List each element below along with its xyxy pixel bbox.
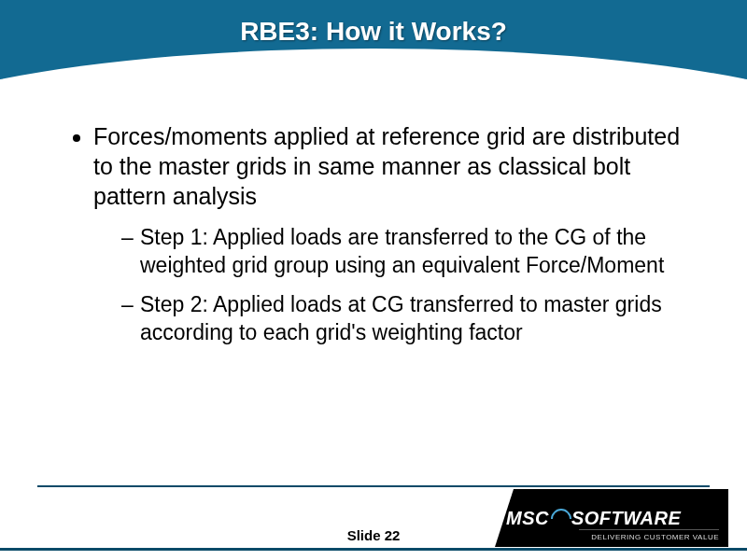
slide-header: RBE3: How it Works? (0, 0, 747, 103)
slide-content: Forces/moments applied at reference grid… (0, 103, 747, 347)
footer-rule-top (37, 485, 710, 487)
brand-logo: MSC SOFTWARE DELIVERING CUSTOMER VALUE (495, 489, 728, 547)
slide-footer: Slide 22 MSC SOFTWARE DELIVERING CUSTOME… (0, 485, 747, 560)
brand-logo-text: MSC SOFTWARE (506, 507, 681, 529)
logo-divider (579, 529, 719, 530)
brand-left: MSC (506, 508, 549, 529)
bullet-sub-step2: Step 2: Applied loads at CG transferred … (121, 291, 682, 347)
footer-rule-bottom (0, 548, 747, 551)
slide-title: RBE3: How it Works? (0, 0, 747, 47)
bullet-sub-step1: Step 1: Applied loads are transferred to… (121, 224, 682, 280)
brand-tagline: DELIVERING CUSTOMER VALUE (591, 533, 719, 541)
brand-right: SOFTWARE (571, 508, 681, 529)
bullet-main: Forces/moments applied at reference grid… (93, 121, 682, 211)
swoosh-icon (551, 507, 570, 529)
